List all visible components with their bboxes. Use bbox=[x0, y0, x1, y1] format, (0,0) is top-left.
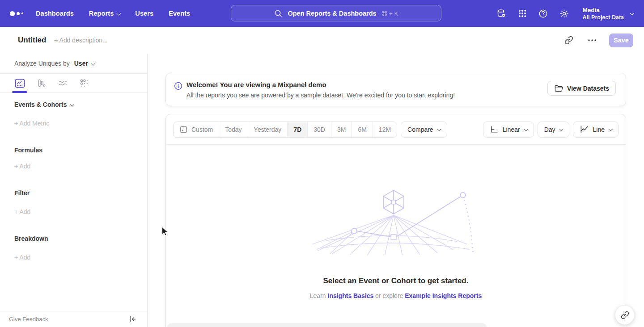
linear-scale-icon bbox=[490, 126, 499, 134]
view-datasets-label: View Datasets bbox=[567, 85, 609, 92]
range-label: Yesterday bbox=[254, 126, 282, 133]
report-title[interactable]: Untitled bbox=[18, 36, 46, 45]
empty-state: Select an Event or Cohort to get started… bbox=[166, 188, 626, 299]
share-link-fab[interactable] bbox=[615, 305, 635, 325]
nav-label: Users bbox=[135, 10, 153, 17]
add-description-field[interactable]: + Add description... bbox=[54, 37, 107, 44]
subtitle-text: or explore bbox=[375, 292, 403, 299]
chart-display-controls: Linear Day Line bbox=[483, 122, 619, 138]
range-label: 30D bbox=[314, 126, 325, 133]
logo-dot bbox=[21, 13, 23, 14]
subtitle-text: Learn bbox=[310, 292, 326, 299]
tab-retention[interactable] bbox=[79, 74, 89, 93]
empty-state-subtitle: Learn Insights Basics or explore Example… bbox=[310, 292, 482, 299]
empty-state-title: Select an Event or Cohort to get started… bbox=[323, 277, 469, 285]
add-label: + Add bbox=[14, 163, 30, 170]
nav-label: Reports bbox=[89, 10, 114, 17]
search-label: Open Reports & Dashboards bbox=[288, 10, 376, 17]
nav-dashboards[interactable]: Dashboards bbox=[36, 10, 74, 17]
chart-toolbar: Custom Today Yesterday 7D 30D 3M 6M 12M … bbox=[166, 114, 626, 145]
analyze-label: Analyze Uniques by bbox=[14, 60, 70, 67]
range-yesterday[interactable]: Yesterday bbox=[248, 122, 288, 137]
search-icon bbox=[274, 9, 283, 18]
nav-label: Events bbox=[169, 10, 190, 17]
report-header: Untitled + Add description... Save bbox=[0, 27, 644, 54]
add-metric-button[interactable]: + Add Metric bbox=[14, 120, 49, 127]
add-breakdown-button[interactable]: + Add bbox=[14, 254, 30, 261]
apps-grid-icon[interactable] bbox=[517, 8, 528, 19]
formulas-section: Formulas bbox=[14, 147, 42, 154]
chevron-down-icon bbox=[524, 127, 528, 131]
nav-events[interactable]: Events bbox=[169, 10, 190, 17]
primary-nav: Dashboards Reports Users Events bbox=[36, 10, 190, 17]
range-label: Today bbox=[225, 126, 242, 133]
save-button[interactable]: Save bbox=[609, 34, 633, 47]
range-12m[interactable]: 12M bbox=[373, 122, 397, 137]
range-today[interactable]: Today bbox=[219, 122, 247, 137]
give-feedback-link[interactable]: Give Feedback bbox=[9, 316, 48, 323]
range-7d[interactable]: 7D bbox=[287, 122, 307, 137]
range-label: 3M bbox=[337, 126, 346, 133]
nav-users[interactable]: Users bbox=[135, 10, 153, 17]
section-title: Filter bbox=[14, 189, 30, 197]
flows-icon bbox=[58, 78, 68, 88]
scale-dropdown[interactable]: Linear bbox=[483, 122, 534, 138]
view-datasets-button[interactable]: View Datasets bbox=[547, 81, 616, 96]
analyze-by-dropdown[interactable]: User bbox=[74, 60, 94, 67]
section-title: Breakdown bbox=[14, 235, 48, 242]
range-label: 6M bbox=[358, 126, 366, 133]
tab-flows[interactable] bbox=[57, 74, 68, 93]
funnels-icon bbox=[36, 78, 46, 88]
analyze-row: Analyze Uniques by User bbox=[0, 54, 147, 74]
range-label: 7D bbox=[293, 126, 301, 133]
compare-dropdown[interactable]: Compare bbox=[401, 122, 447, 138]
bottom-section-peek bbox=[167, 323, 487, 327]
add-metric-label: + Add Metric bbox=[14, 120, 49, 127]
top-navbar: Dashboards Reports Users Events Open Rep… bbox=[0, 0, 644, 27]
range-3m[interactable]: 3M bbox=[331, 122, 352, 137]
chevron-down-icon bbox=[608, 127, 613, 131]
nav-label: Dashboards bbox=[36, 10, 74, 17]
retention-icon bbox=[80, 79, 89, 88]
copy-link-icon[interactable] bbox=[563, 34, 575, 46]
calendar-icon bbox=[179, 125, 188, 134]
range-label: 12M bbox=[379, 126, 391, 133]
project-switcher[interactable]: Media All Project Data bbox=[583, 6, 633, 21]
more-options-icon[interactable] bbox=[586, 34, 598, 46]
report-actions: Save bbox=[563, 34, 633, 47]
collapse-sidebar-icon[interactable] bbox=[129, 315, 136, 323]
range-custom[interactable]: Custom bbox=[174, 122, 219, 137]
add-filter-button[interactable]: + Add bbox=[14, 208, 30, 215]
global-search-button[interactable]: Open Reports & Dashboards ⌘ + K bbox=[231, 5, 441, 21]
data-management-icon[interactable] bbox=[496, 8, 507, 19]
chart-type-dropdown[interactable]: Line bbox=[573, 122, 619, 138]
events-cohorts-section[interactable]: Events & Cohorts bbox=[14, 101, 73, 108]
granularity-dropdown[interactable]: Day bbox=[538, 122, 569, 138]
sidebar-footer: Give Feedback bbox=[0, 311, 147, 327]
add-label: + Add bbox=[14, 208, 30, 215]
tab-insights[interactable] bbox=[14, 74, 25, 93]
project-name: Media bbox=[583, 6, 624, 14]
add-formula-button[interactable]: + Add bbox=[14, 163, 30, 170]
example-reports-link[interactable]: Example Insights Reports bbox=[405, 292, 482, 299]
range-6m[interactable]: 6M bbox=[352, 122, 372, 137]
logo-dot bbox=[10, 11, 15, 16]
nav-reports[interactable]: Reports bbox=[89, 10, 120, 17]
settings-icon[interactable] bbox=[559, 8, 570, 19]
mixpanel-logo[interactable] bbox=[10, 11, 28, 16]
chevron-down-icon bbox=[630, 11, 634, 15]
chevron-down-icon bbox=[437, 127, 441, 131]
insights-basics-link[interactable]: Insights Basics bbox=[328, 292, 374, 299]
add-label: + Add bbox=[14, 254, 30, 261]
breakdown-section: Breakdown bbox=[14, 235, 48, 242]
chevron-down-icon bbox=[559, 127, 564, 131]
query-builder-sidebar: Analyze Uniques by User Events & Cohorts bbox=[0, 54, 148, 327]
help-icon[interactable] bbox=[538, 8, 549, 19]
chevron-down-icon bbox=[91, 61, 95, 65]
empty-state-illustration bbox=[311, 188, 481, 256]
range-30d[interactable]: 30D bbox=[307, 122, 331, 137]
tab-funnels[interactable] bbox=[36, 74, 47, 93]
chart-type-label: Line bbox=[593, 126, 605, 133]
granularity-label: Day bbox=[544, 126, 555, 133]
mixpanel-app: Dashboards Reports Users Events Open Rep… bbox=[0, 0, 644, 327]
